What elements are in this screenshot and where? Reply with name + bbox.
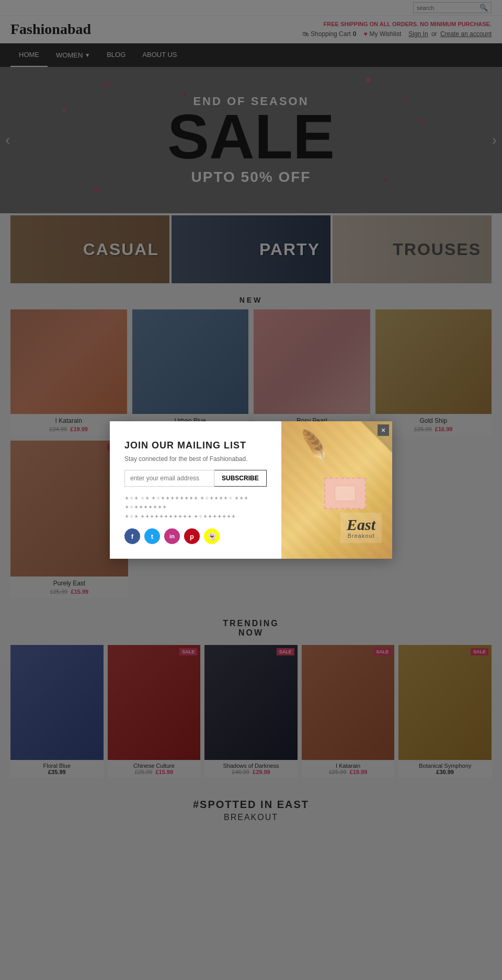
- modal-placeholder-text: ✦✧✦ ✧✦ ✦✧✦✦✦✦✦✦✦✦ ✦✧✦✦✦✦✧ ✦✦✦ ✦✧✦✦✦✦✦✦✦ …: [124, 494, 267, 522]
- social-pinterest-link[interactable]: p: [184, 528, 200, 544]
- east-breakout-label: East Breakout: [340, 513, 382, 543]
- social-twitter-link[interactable]: t: [144, 528, 160, 544]
- modal-subtitle: Stay connected for the best of Fashionab…: [124, 455, 267, 463]
- modal-email-input[interactable]: [124, 470, 214, 487]
- breakout-text: Breakout: [347, 533, 375, 539]
- modal-subscribe-button[interactable]: SUBSCRIBE: [214, 470, 267, 487]
- modal-right: 🪶 East Breakout: [281, 421, 392, 559]
- modal-overlay: JOIN OUR MAILING LIST Stay connected for…: [0, 0, 502, 833]
- modal-social-icons: f t in p 👻: [124, 528, 267, 544]
- modal-title: JOIN OUR MAILING LIST: [124, 440, 267, 451]
- modal-close-button[interactable]: ×: [378, 424, 389, 436]
- modal-box: JOIN OUR MAILING LIST Stay connected for…: [110, 421, 392, 559]
- social-facebook-link[interactable]: f: [124, 528, 140, 544]
- social-snapchat-link[interactable]: 👻: [204, 528, 220, 544]
- east-text: East: [347, 517, 375, 533]
- social-instagram-link[interactable]: in: [164, 528, 180, 544]
- modal-left: JOIN OUR MAILING LIST Stay connected for…: [110, 421, 281, 559]
